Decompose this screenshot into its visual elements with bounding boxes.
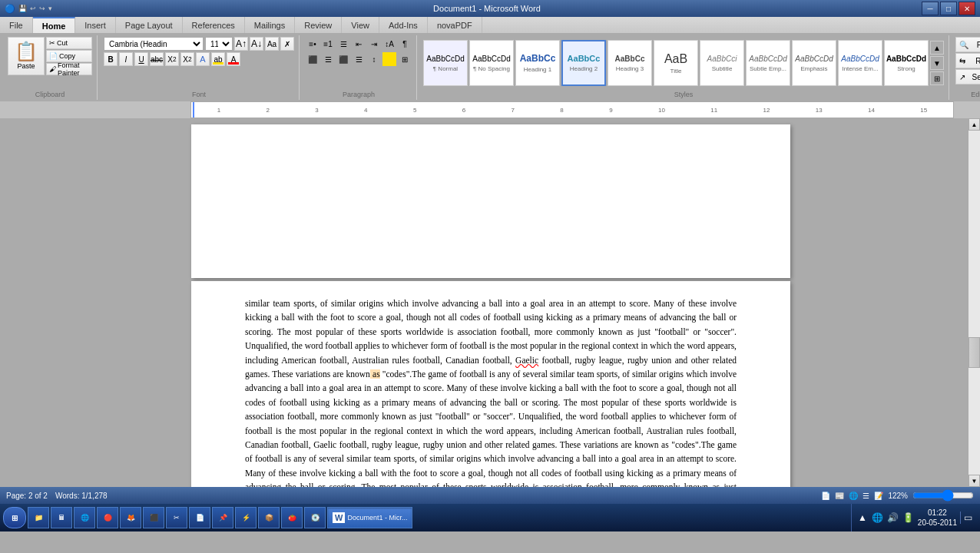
view-mode-web[interactable]: 🌐 (849, 492, 858, 500)
tab-insert[interactable]: Insert (75, 17, 116, 33)
strikethrough-button[interactable]: abc (150, 52, 164, 66)
style-strong[interactable]: AaBbCcDd Strong (884, 40, 929, 86)
view-mode-outline[interactable]: ☰ (862, 492, 869, 500)
tab-addins[interactable]: Add-Ins (379, 17, 428, 33)
taskbar-explorer[interactable]: 📁 (28, 507, 49, 528)
tab-home[interactable]: Home (33, 17, 76, 33)
zoom-slider[interactable] (912, 489, 974, 502)
tab-review[interactable]: Review (295, 17, 342, 33)
scroll-thumb[interactable] (968, 337, 980, 368)
taskbar-snip[interactable]: ✂ (166, 507, 187, 528)
scroll-up-button[interactable]: ▲ (968, 118, 980, 131)
line-spacing-button[interactable]: ↕ (367, 52, 381, 66)
show-hide-button[interactable]: ¶ (398, 37, 412, 51)
style-emphasis[interactable]: AaBbCcDd Emphasis (792, 40, 836, 86)
decrease-font-button[interactable]: A↓ (250, 37, 263, 51)
format-painter-button[interactable]: 🖌 Format Painter (46, 63, 92, 75)
taskbar-pin[interactable]: 📌 (212, 507, 233, 528)
taskbar-calculator[interactable]: 🖩 (51, 507, 72, 528)
tab-references[interactable]: References (183, 17, 245, 33)
cut-button[interactable]: ✂ Cut (46, 37, 92, 49)
restore-button[interactable]: □ (940, 2, 957, 15)
start-button[interactable]: ⊞ (3, 507, 26, 528)
justify-button[interactable]: ☰ (352, 52, 366, 66)
taskbar-disc[interactable]: 💽 (304, 507, 326, 528)
minimize-button[interactable]: ─ (922, 2, 939, 15)
paste-button[interactable]: 📋 Paste (8, 37, 45, 75)
subscript-button[interactable]: X2 (165, 52, 179, 66)
italic-button[interactable]: I (119, 52, 133, 66)
taskbar-terminal[interactable]: ⬛ (143, 507, 164, 528)
align-center-button[interactable]: ☰ (321, 52, 335, 66)
underline-button[interactable]: U (134, 52, 148, 66)
border-button[interactable]: ⊞ (398, 52, 412, 66)
bold-button[interactable]: B (104, 52, 118, 66)
bullets-button[interactable]: ≡• (306, 37, 319, 51)
view-mode-print[interactable]: 📄 (821, 492, 830, 500)
vertical-scrollbar[interactable]: ▲ ▼ (968, 118, 980, 487)
clock-time: 01:22 (918, 508, 957, 518)
close-button[interactable]: ✕ (958, 2, 975, 15)
sort-button[interactable]: ↕A (382, 37, 396, 51)
style-normal[interactable]: AaBbCcDd ¶ Normal (423, 40, 468, 86)
copy-button[interactable]: 📄 Copy (46, 50, 92, 62)
style-heading3[interactable]: AaBbCc Heading 3 (608, 40, 652, 86)
tab-mailings[interactable]: Mailings (245, 17, 295, 33)
tab-novapdf[interactable]: novaPDF (428, 17, 482, 33)
style-intense-emphasis[interactable]: AaBbCcDd Intense Em... (838, 40, 882, 86)
increase-font-button[interactable]: A↑ (234, 37, 248, 51)
tray-volume[interactable]: 🔊 (887, 512, 899, 524)
clear-format-button[interactable]: ✗ (280, 37, 294, 51)
style-title[interactable]: AaB Title (654, 40, 698, 86)
numbered-list-button[interactable]: ≡1 (321, 37, 335, 51)
taskbar-tomato[interactable]: 🍅 (281, 507, 303, 528)
styles-scroll-down[interactable]: ▼ (930, 56, 944, 70)
tray-icon-1[interactable]: ▲ (856, 512, 869, 524)
tab-page-layout[interactable]: Page Layout (116, 17, 183, 33)
page-top-section (191, 124, 790, 278)
taskbar-flash[interactable]: ⚡ (235, 507, 257, 528)
view-mode-full[interactable]: 📰 (835, 492, 844, 500)
taskbar-app1[interactable]: 🔴 (97, 507, 118, 528)
scroll-down-button[interactable]: ▼ (968, 475, 980, 487)
increase-indent-button[interactable]: ⇥ (367, 37, 381, 51)
style-no-spacing[interactable]: AaBbCcDd ¶ No Spacing (469, 40, 514, 86)
document-text[interactable]: similar team sports, of similar origins … (191, 281, 790, 487)
text-effect-button[interactable]: A (196, 52, 210, 66)
show-desktop-button[interactable]: ▭ (960, 512, 972, 524)
style-subtle-emphasis[interactable]: AaBbCcDd Subtle Emp... (746, 40, 790, 86)
styles-scroll-up[interactable]: ▲ (930, 41, 944, 55)
highlight-color-button[interactable]: ab (211, 52, 225, 66)
font-name-select[interactable]: Cambria (Headin (104, 37, 204, 51)
tray-network[interactable]: 🌐 (872, 512, 884, 524)
styles-more[interactable]: ⊞ (930, 71, 944, 85)
taskbar-word[interactable]: W Document1 - Micr... (327, 507, 412, 528)
change-case-button[interactable]: Aa (265, 37, 279, 51)
style-subtitle[interactable]: AaBbCci Subtitle (700, 40, 744, 86)
qat-save[interactable]: 💾 (18, 5, 27, 12)
multilevel-list-button[interactable]: ☰ (336, 37, 350, 51)
taskbar-browser1[interactable]: 🌐 (74, 507, 95, 528)
align-right-button[interactable]: ⬛ (336, 52, 350, 66)
tab-file[interactable]: File (0, 17, 33, 33)
select-button[interactable]: ↗ Select ▾ (955, 69, 980, 84)
align-left-button[interactable]: ⬛ (306, 52, 319, 66)
replace-button[interactable]: ⇆ Replace (955, 53, 980, 68)
view-mode-draft[interactable]: 📝 (874, 492, 883, 500)
style-heading1[interactable]: AaBbCc Heading 1 (515, 40, 560, 86)
scroll-track[interactable] (968, 131, 980, 475)
taskbar-docs[interactable]: 📄 (189, 507, 210, 528)
superscript-button[interactable]: X2 (180, 52, 194, 66)
taskbar-firefox[interactable]: 🦊 (120, 507, 141, 528)
qat-redo[interactable]: ↪ (39, 5, 45, 12)
style-heading2[interactable]: AaBbCc Heading 2 (561, 40, 606, 86)
decrease-indent-button[interactable]: ⇤ (352, 37, 366, 51)
find-button[interactable]: 🔍 Find ▾ (955, 37, 980, 52)
shading-button[interactable] (382, 52, 396, 66)
qat-undo[interactable]: ↩ (30, 5, 36, 12)
font-size-select[interactable]: 11 (205, 37, 233, 51)
tray-battery[interactable]: 🔋 (902, 512, 915, 524)
font-color-button[interactable]: A (227, 52, 240, 66)
taskbar-package[interactable]: 📦 (258, 507, 280, 528)
tab-view[interactable]: View (342, 17, 379, 33)
